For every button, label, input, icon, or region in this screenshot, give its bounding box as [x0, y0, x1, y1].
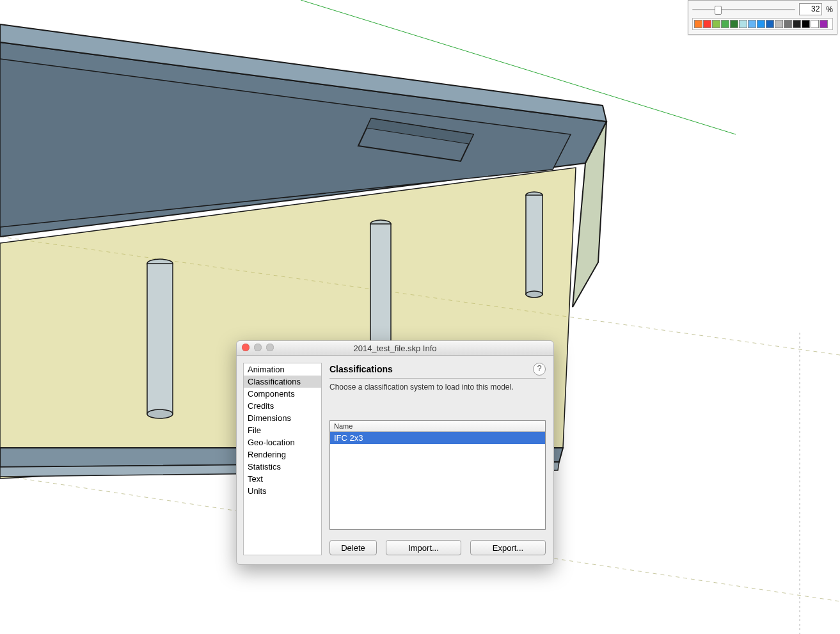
sidebar-item-dimensions[interactable]: Dimensions	[244, 412, 321, 424]
opacity-palette[interactable]: 32 %	[688, 0, 837, 35]
svg-point-15	[147, 409, 173, 418]
classification-list[interactable]: Name IFC 2x3	[329, 420, 546, 530]
list-header: Name	[330, 421, 545, 432]
export-button[interactable]: Export...	[470, 540, 546, 555]
color-swatches[interactable]	[692, 18, 833, 30]
color-swatch[interactable]	[802, 20, 810, 28]
color-swatch[interactable]	[703, 20, 711, 28]
slider-thumb[interactable]	[715, 6, 722, 15]
sidebar-item-classifications[interactable]: Classifications	[244, 376, 321, 388]
divider	[329, 378, 546, 379]
list-item[interactable]: IFC 2x3	[330, 432, 545, 444]
sidebar-item-file[interactable]: File	[244, 424, 321, 436]
close-icon[interactable]	[242, 344, 250, 351]
color-swatch[interactable]	[694, 20, 702, 28]
svg-rect-14	[147, 264, 173, 414]
color-swatch[interactable]	[811, 20, 819, 28]
panel-title: Classifications	[329, 364, 533, 374]
category-sidebar[interactable]: AnimationClassificationsComponentsCredit…	[243, 363, 322, 555]
dialog-title: 2014_test_file.skp Info	[237, 344, 553, 353]
sidebar-item-units[interactable]: Units	[244, 485, 321, 497]
color-swatch[interactable]	[757, 20, 765, 28]
sidebar-item-statistics[interactable]: Statistics	[244, 461, 321, 473]
percent-label: %	[826, 5, 833, 14]
svg-point-21	[526, 291, 543, 297]
delete-button[interactable]: Delete	[329, 540, 377, 555]
color-swatch[interactable]	[784, 20, 792, 28]
color-swatch[interactable]	[793, 20, 801, 28]
sidebar-item-rendering[interactable]: Rendering	[244, 448, 321, 461]
opacity-value[interactable]: 32	[799, 3, 822, 15]
svg-rect-17	[370, 224, 391, 345]
help-icon[interactable]: ?	[533, 363, 546, 376]
color-swatch[interactable]	[820, 20, 828, 28]
sidebar-item-geo-location[interactable]: Geo-location	[244, 436, 321, 448]
sidebar-item-components[interactable]: Components	[244, 388, 321, 400]
color-swatch[interactable]	[712, 20, 720, 28]
dialog-titlebar[interactable]: 2014_test_file.skp Info	[237, 341, 553, 356]
color-swatch[interactable]	[730, 20, 738, 28]
minimize-icon[interactable]	[254, 344, 262, 351]
sidebar-item-credits[interactable]: Credits	[244, 400, 321, 412]
opacity-slider[interactable]	[692, 5, 795, 14]
color-swatch[interactable]	[748, 20, 756, 28]
import-button[interactable]: Import...	[386, 540, 461, 555]
color-swatch[interactable]	[739, 20, 747, 28]
sidebar-item-text[interactable]: Text	[244, 473, 321, 485]
panel-hint: Choose a classification system to load i…	[329, 383, 546, 392]
color-swatch[interactable]	[721, 20, 729, 28]
color-swatch[interactable]	[766, 20, 774, 28]
svg-rect-20	[526, 195, 543, 294]
sidebar-item-animation[interactable]: Animation	[244, 363, 321, 376]
zoom-icon[interactable]	[266, 344, 274, 351]
color-swatch[interactable]	[775, 20, 783, 28]
model-info-dialog: 2014_test_file.skp Info AnimationClassif…	[236, 340, 554, 565]
